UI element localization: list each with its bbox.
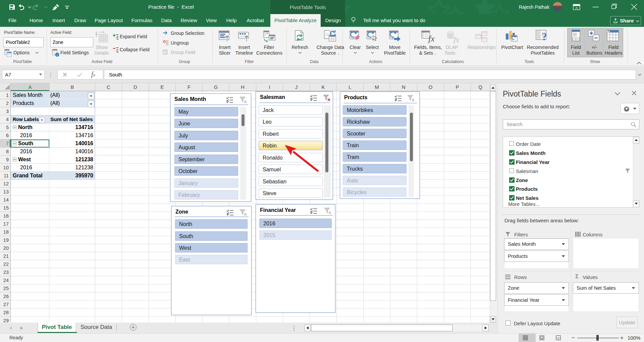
svg-text:fx: fx (453, 35, 459, 44)
svg-text:?: ? (542, 31, 547, 43)
svg-text:fx: fx (428, 34, 435, 44)
svg-text:7: 7 (164, 51, 165, 54)
